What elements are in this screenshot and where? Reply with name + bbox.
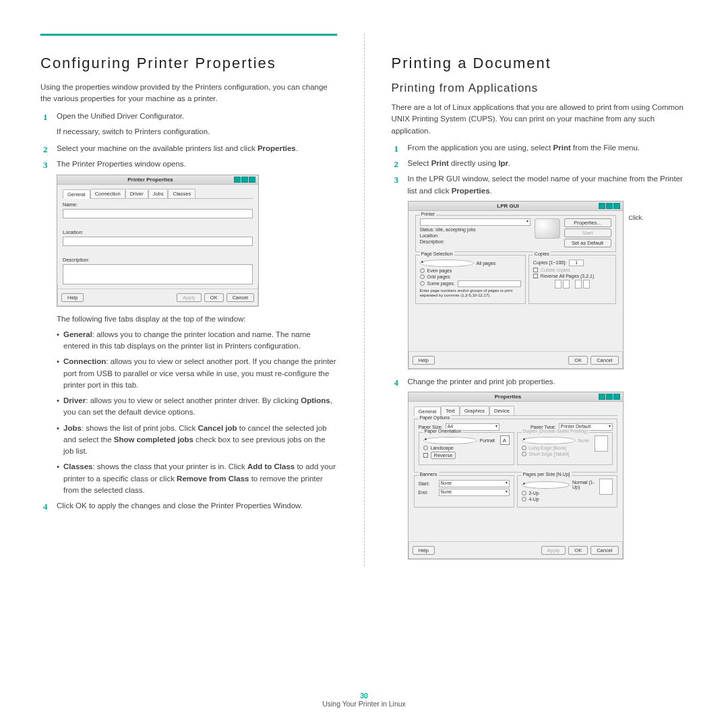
radio-2up[interactable] — [522, 491, 526, 495]
step-text: Open the Unified Driver Configurator. — [57, 112, 184, 120]
help-button[interactable]: Help — [413, 546, 435, 555]
properties-window: Properties General Text Graphics Device … — [408, 392, 624, 559]
radio-4up[interactable] — [522, 497, 526, 502]
accent-rule — [40, 34, 337, 36]
tab-jobs[interactable]: Jobs — [148, 189, 169, 198]
tabs-row: General Connection Driver Jobs Classes — [63, 187, 253, 199]
steps-list: Open the Unified Driver Configurator. — [40, 111, 337, 122]
minimize-icon[interactable] — [606, 203, 613, 209]
some-pages-field[interactable] — [458, 280, 521, 287]
radio-odd[interactable] — [420, 274, 425, 279]
tab-classes[interactable]: Classes — [168, 189, 195, 198]
tab-device[interactable]: Device — [489, 406, 514, 415]
bullet-driver: Driver: allows you to view or select ano… — [57, 395, 337, 419]
radio-some[interactable] — [420, 281, 425, 286]
tab-driver[interactable]: Driver — [125, 189, 148, 198]
window-controls — [234, 177, 255, 183]
radio-long-edge[interactable] — [522, 446, 526, 450]
radio-none[interactable] — [522, 437, 576, 444]
help-icon[interactable] — [234, 177, 241, 183]
nup-group: Pages per Side [N-Up] Normal (1-Up) 2-Up… — [517, 475, 617, 508]
help-button[interactable]: Help — [413, 356, 435, 365]
left-column: Configuring Printer Properties Using the… — [40, 34, 337, 566]
window-title: Properties — [418, 394, 599, 400]
step-4: Click OK to apply the changes and close … — [40, 500, 337, 512]
copies-field[interactable]: 1 — [569, 260, 584, 266]
page-thumb-icon — [563, 280, 570, 289]
reverse-check[interactable] — [423, 453, 428, 458]
help-icon[interactable] — [599, 394, 605, 400]
step-1: From the application you are using, sele… — [392, 142, 688, 154]
legend: Banners — [419, 472, 439, 477]
section-heading: Printing a Document — [392, 55, 688, 72]
steps-list-cont: Select your machine on the available pri… — [40, 143, 337, 171]
copies-group: Copies Copies [1~100]:1 Collate copies R… — [528, 255, 616, 304]
minimize-icon[interactable] — [606, 394, 613, 400]
step-1-sub: If necessary, switch to Printers configu… — [57, 126, 337, 138]
legend: Printer — [420, 212, 437, 216]
close-icon[interactable] — [249, 177, 255, 183]
cancel-button[interactable]: Cancel — [590, 546, 618, 555]
description-field[interactable] — [63, 264, 253, 284]
footer-caption: Using Your Printer in Linux — [0, 700, 728, 708]
properties-button[interactable]: Properties... — [564, 218, 611, 227]
steps-list: From the application you are using, sele… — [392, 142, 688, 197]
start-button[interactable]: Start — [564, 229, 611, 237]
ok-button[interactable]: OK — [568, 356, 588, 365]
window-title: Printer Properties — [67, 177, 234, 183]
cancel-button[interactable]: Cancel — [226, 293, 254, 302]
cancel-button[interactable]: Cancel — [590, 356, 618, 365]
location-field[interactable] — [63, 237, 253, 246]
duplex-group: Duplex (Double-Sided Printing) None Long… — [517, 432, 613, 465]
tab-graphics[interactable]: Graphics — [460, 406, 489, 415]
tab-general[interactable]: General — [414, 406, 442, 416]
tabs-intro: The following five tabs display at the t… — [57, 313, 337, 325]
ok-button[interactable]: OK — [204, 293, 224, 302]
banners-group: Banners Start:None End:None — [414, 475, 514, 508]
lpr-gui-window: LPR GUI Printer Status: idle, accepting … — [408, 201, 624, 369]
name-field[interactable] — [63, 209, 253, 218]
step-4: Change the printer and print job propert… — [392, 376, 688, 388]
radio-short-edge[interactable] — [522, 452, 526, 456]
section-heading: Configuring Printer Properties — [40, 55, 337, 72]
step-text: Select your machine on the available pri… — [57, 144, 298, 152]
reverse-check[interactable] — [533, 274, 538, 278]
legend: Page Selection — [420, 251, 454, 256]
step-2: Select your machine on the available pri… — [40, 143, 337, 154]
help-icon[interactable] — [599, 203, 605, 209]
minimize-icon[interactable] — [241, 177, 248, 183]
paper-options-group: Paper Options Paper Size: A4 Paper Type:… — [414, 419, 617, 473]
legend: Copies — [533, 251, 551, 256]
tab-connection[interactable]: Connection — [90, 189, 125, 198]
close-icon[interactable] — [613, 394, 620, 400]
printer-select[interactable] — [420, 218, 530, 226]
help-button[interactable]: Help — [61, 293, 84, 302]
radio-portrait[interactable] — [423, 437, 477, 444]
apply-button[interactable]: Apply — [541, 546, 566, 555]
set-default-button[interactable]: Set as Default — [564, 239, 611, 247]
window-titlebar: Printer Properties — [57, 175, 258, 185]
steps-list-end: Click OK to apply the changes and close … — [40, 500, 337, 512]
tab-general[interactable]: General — [63, 189, 90, 199]
tab-text[interactable]: Text — [441, 406, 460, 415]
radio-landscape[interactable] — [423, 446, 428, 450]
tabs-bullets: General: allows you to change the printe… — [57, 329, 337, 496]
page-thumb-icon — [583, 280, 590, 289]
step-2: Select Print directly using lpr. — [392, 158, 688, 169]
radio-normal[interactable] — [522, 481, 570, 489]
banner-start-select[interactable]: None — [439, 480, 510, 487]
close-icon[interactable] — [613, 203, 620, 209]
location-label: Location: — [63, 229, 253, 235]
radio-all[interactable] — [420, 260, 474, 267]
steps-list-cont: Change the printer and print job propert… — [392, 376, 688, 388]
collate-check[interactable] — [533, 268, 538, 272]
bullet-connection: Connection: allows you to view or select… — [57, 356, 337, 391]
printer-properties-window: Printer Properties General Connection Dr… — [57, 175, 259, 307]
bullet-jobs: Jobs: shows the list of print jobs. Clic… — [57, 423, 337, 458]
radio-even[interactable] — [420, 268, 425, 273]
apply-button[interactable]: Apply — [177, 293, 202, 302]
step-3: The Printer Properties window opens. — [40, 158, 337, 170]
legend: Duplex (Double-Sided Printing) — [522, 429, 590, 433]
ok-button[interactable]: OK — [568, 546, 588, 555]
banner-end-select[interactable]: None — [439, 489, 510, 496]
